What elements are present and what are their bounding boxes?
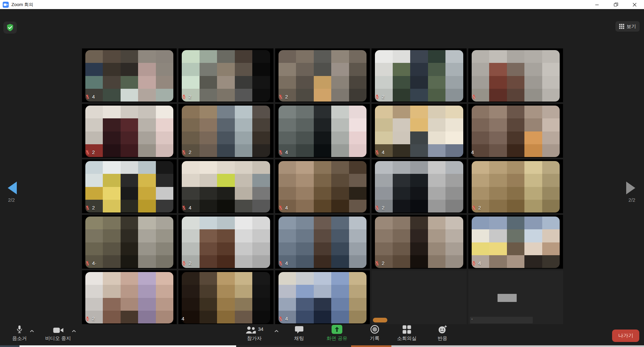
video-camera-icon xyxy=(53,327,63,334)
video-tile[interactable] xyxy=(468,48,563,102)
video-tile[interactable]: 2 xyxy=(372,48,466,102)
page-indicator-left: 2/2 xyxy=(8,197,15,203)
pixelated-video xyxy=(375,161,463,213)
pixelated-video xyxy=(472,50,560,102)
zoom-logo-icon xyxy=(3,2,9,8)
pixelated-video xyxy=(472,106,560,157)
microphone-icon xyxy=(16,325,23,334)
video-tile[interactable]: 4 xyxy=(468,215,563,269)
minimize-button[interactable] xyxy=(588,0,606,9)
video-tile[interactable]: 4 xyxy=(372,104,466,158)
video-tile[interactable]: 2 xyxy=(372,215,466,269)
stop-video-button[interactable]: 비디오 중지 xyxy=(43,324,73,342)
reactions-button[interactable]: 반응 xyxy=(431,324,454,342)
participant-name-label: 2 xyxy=(278,94,288,100)
video-detail xyxy=(373,318,387,322)
video-tile[interactable]: 2 xyxy=(82,270,177,324)
video-tile[interactable]: 2 xyxy=(178,48,273,102)
participant-name-label: 2 xyxy=(85,149,95,155)
participant-name: 2 xyxy=(188,260,191,266)
video-tile[interactable]: 4 xyxy=(275,270,370,324)
close-icon xyxy=(633,3,637,7)
people-icon xyxy=(245,326,256,334)
mic-muted-icon xyxy=(181,261,186,266)
video-options-caret[interactable] xyxy=(72,328,76,334)
participant-name-label: · xyxy=(471,316,473,321)
participant-name: 2 xyxy=(92,316,95,321)
participant-name-label: 2 xyxy=(85,205,95,210)
pixelated-video xyxy=(375,217,463,268)
pixelated-video xyxy=(375,50,463,102)
participant-name-label: 4· xyxy=(85,260,96,266)
video-tile[interactable]: 4 xyxy=(275,104,370,158)
video-tile[interactable]: 2 xyxy=(468,159,563,213)
video-tile[interactable]: 4 xyxy=(468,104,563,158)
participant-name-label: 4 xyxy=(85,94,95,100)
participant-name: 2 xyxy=(188,149,191,155)
participant-name: 4 xyxy=(285,205,288,210)
record-circle-icon xyxy=(370,325,379,334)
grid-view-icon xyxy=(619,24,624,29)
mic-muted-icon xyxy=(471,261,476,266)
video-tile[interactable]: 2 xyxy=(178,215,273,269)
pixelated-video xyxy=(472,161,560,213)
video-tile[interactable]: 2 xyxy=(178,104,273,158)
next-page-arrow[interactable] xyxy=(626,182,635,194)
video-tile[interactable]: 2 xyxy=(82,159,177,213)
video-tile[interactable]: 4 xyxy=(178,270,273,324)
chevron-up-icon xyxy=(30,330,34,333)
share-screen-button[interactable]: 화면 공유 xyxy=(321,324,353,342)
participants-button[interactable]: 34 참가자 xyxy=(239,324,269,342)
participant-name-label: 4 xyxy=(278,316,288,321)
pixelated-video xyxy=(85,50,173,102)
pixelated-video xyxy=(182,272,270,323)
reactions-label: 반응 xyxy=(438,335,447,342)
video-detail xyxy=(470,317,532,324)
video-tile[interactable]: 4 xyxy=(82,48,177,102)
video-tile[interactable]: 4 xyxy=(275,159,370,213)
security-button[interactable] xyxy=(3,22,17,34)
previous-page-arrow[interactable] xyxy=(8,182,17,194)
mute-options-caret[interactable] xyxy=(30,328,34,334)
mute-label: 음소거 xyxy=(12,335,27,342)
restore-icon xyxy=(614,2,618,7)
mic-muted-icon xyxy=(85,316,90,321)
participant-name-label: 4 xyxy=(375,149,384,155)
leave-button[interactable]: 나가기 xyxy=(612,330,639,342)
mic-muted-icon xyxy=(278,150,283,155)
video-tile[interactable]: · xyxy=(468,270,563,324)
chevron-up-icon xyxy=(274,330,279,333)
pixelated-video xyxy=(85,161,173,213)
participant-name-label: 2 xyxy=(471,205,481,210)
close-button[interactable] xyxy=(625,0,644,9)
chat-bubble-icon xyxy=(295,326,303,334)
mic-muted-icon xyxy=(471,94,476,100)
mic-muted-icon xyxy=(375,205,380,210)
view-button[interactable]: 보기 xyxy=(615,21,640,32)
stop-video-label: 비디오 중지 xyxy=(45,335,71,342)
pixelated-video xyxy=(375,106,463,157)
participant-name: 2 xyxy=(478,205,481,210)
record-button[interactable]: 기록 xyxy=(363,324,386,342)
video-tile[interactable] xyxy=(372,270,466,324)
mute-button[interactable]: 음소거 xyxy=(9,324,30,342)
participants-options-caret[interactable] xyxy=(274,328,279,334)
chat-label: 채팅 xyxy=(294,335,304,342)
video-tile[interactable]: 4 xyxy=(275,215,370,269)
video-tile[interactable]: 2 xyxy=(372,159,466,213)
chat-button[interactable]: 채팅 xyxy=(287,324,311,342)
video-tile[interactable]: 4· xyxy=(82,215,177,269)
maximize-button[interactable] xyxy=(606,0,625,9)
mic-muted-icon xyxy=(85,94,90,100)
meeting-stage: 보기 422222444244224·2424244· 2/2 2/2 xyxy=(0,9,644,347)
breakout-rooms-label: 소회의실 xyxy=(397,335,417,342)
security-shield-icon xyxy=(6,24,14,32)
participant-name-label: 2 xyxy=(181,94,191,100)
pixelated-video xyxy=(182,106,270,157)
breakout-rooms-button[interactable]: 소회의실 xyxy=(392,324,421,342)
video-tile[interactable]: 2 xyxy=(82,104,177,158)
pixelated-video xyxy=(182,217,270,268)
video-tile[interactable]: 4 xyxy=(178,159,273,213)
participant-name-label: 2 xyxy=(181,260,191,266)
video-tile[interactable]: 2 xyxy=(275,48,370,102)
